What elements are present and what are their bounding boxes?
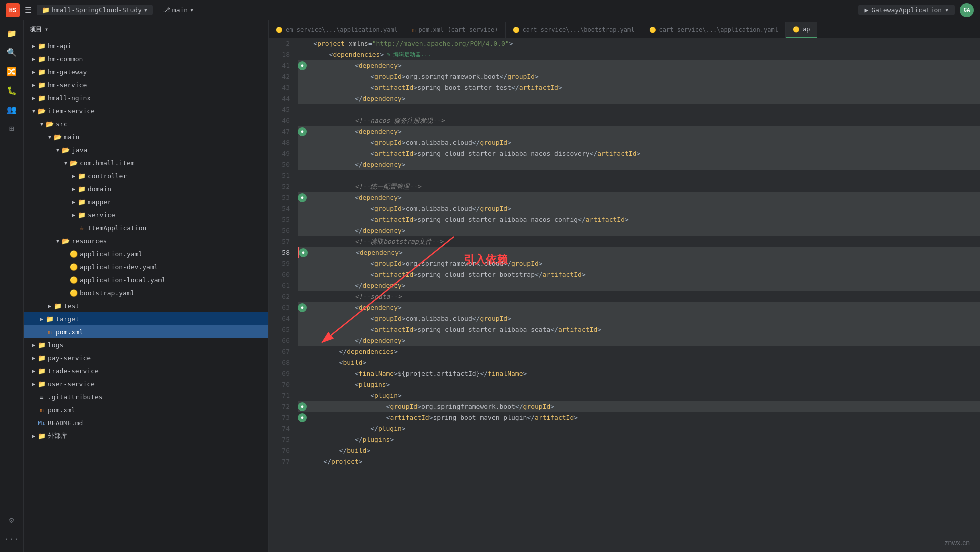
tab-cart-app[interactable]: 🟡 cart-service\...\application.yaml — [642, 22, 786, 38]
tree-item-java[interactable]: ▼ 📂 java — [24, 143, 268, 156]
arrow-icon: ▶ — [30, 55, 38, 63]
tree-item-src[interactable]: ▼ 📂 src — [24, 117, 268, 130]
tree-item-hm-gateway[interactable]: ▶ 📁 hm-gateway — [24, 65, 268, 78]
tree-item-hm-service[interactable]: ▶ 📁 hm-service — [24, 78, 268, 91]
tree-item-app-local-yaml[interactable]: ▶ 🟡 application-local.yaml — [24, 273, 268, 286]
line-num: 65 — [273, 324, 290, 335]
code-line: <groupId>org.springframework.cloud</grou… — [298, 258, 980, 269]
arrow-icon: ▶ — [30, 68, 38, 76]
tree-item-hm-api[interactable]: ▶ 📁 hm-api — [24, 39, 268, 52]
tree-item-item-service[interactable]: ▼ 📂 item-service — [24, 104, 268, 117]
folder-icon: 📁 — [38, 55, 46, 63]
code-token: finalName — [488, 368, 523, 379]
branch-selector[interactable]: ⎇ main ▾ — [158, 5, 199, 15]
code-token: org.springframework.boot — [406, 71, 500, 82]
tree-item-service[interactable]: ▶ 📁 service — [24, 208, 268, 221]
yaml-tab-icon: 🟡 — [650, 27, 656, 33]
tree-item-test[interactable]: ▶ 📁 test — [24, 299, 268, 312]
tree-item-main[interactable]: ▼ 📂 main — [24, 130, 268, 143]
tree-label: controller — [88, 172, 268, 180]
tree-label: README.md — [48, 419, 268, 427]
code-token: > — [398, 302, 402, 313]
arrow-icon: ▼ — [62, 159, 70, 167]
code-token: plugins — [359, 379, 386, 390]
sidebar-item-search[interactable]: 🔍 — [3, 43, 21, 61]
tree-item-readme[interactable]: ▶ M↓ README.md — [24, 416, 268, 429]
folder-icon: 📁 — [54, 302, 62, 310]
code-line: <build> — [298, 357, 980, 368]
code-line: ● <groupId>org.springframework.boot</gro… — [298, 401, 980, 412]
tree-label: pom.xml — [56, 328, 268, 336]
line-num: 57 — [273, 236, 290, 247]
line-num: 47 — [273, 126, 290, 137]
code-line: </dependencies> — [298, 346, 980, 357]
tree-item-hmall-nginx[interactable]: ▶ 📁 hmall-nginx — [24, 91, 268, 104]
code-token: > — [402, 71, 406, 82]
tree-item-mapper[interactable]: ▶ 📁 mapper — [24, 195, 268, 208]
tree-item-domain[interactable]: ▶ 📁 domain — [24, 182, 268, 195]
tree-label: application-dev.yaml — [80, 263, 268, 271]
folder-icon: 📁 — [38, 354, 46, 362]
user-avatar[interactable]: GA — [960, 3, 974, 17]
tab-em-service-app[interactable]: 🟡 em-service\...\application.yaml — [269, 22, 406, 38]
code-line — [298, 170, 980, 181]
tree-item-logs[interactable]: ▶ 📁 logs — [24, 338, 268, 351]
tree-item-pom-xml[interactable]: ▶ m pom.xml — [24, 325, 268, 338]
folder-icon: 📁 — [38, 42, 46, 50]
tree-item-bootstrap-yaml[interactable]: ▶ 🟡 bootstrap.yaml — [24, 286, 268, 299]
arrow-icon: ▼ — [54, 237, 62, 245]
code-token: > — [535, 71, 539, 82]
code-token: > — [414, 269, 418, 280]
tree-item-gitattributes[interactable]: ▶ ≡ .gitattributes — [24, 390, 268, 403]
hamburger-menu[interactable]: ☰ — [25, 5, 32, 15]
code-token: </ — [512, 82, 520, 93]
tree-item-app-dev-yaml[interactable]: ▶ 🟡 application-dev.yaml — [24, 260, 268, 273]
tree-item-root-pom[interactable]: ▶ m pom.xml — [24, 403, 268, 416]
code-token: > — [398, 390, 402, 401]
tree-item-controller[interactable]: ▶ 📁 controller — [24, 169, 268, 182]
line-numbers: 2 18 41 42 43 44 45 46 47 48 49 50 51 52… — [269, 38, 294, 552]
code-token: </ — [472, 203, 480, 214]
arrow-icon: ▶ — [30, 42, 38, 50]
folder-open-icon: 📂 — [62, 146, 70, 154]
sidebar-item-settings[interactable]: ⚙ — [3, 511, 21, 529]
sidebar-item-more[interactable]: ··· — [3, 530, 21, 548]
line-num: 66 — [273, 335, 290, 346]
yaml-tab-icon: 🟡 — [513, 27, 520, 33]
tree-item-com-hmall-item[interactable]: ▼ 📂 com.hmall.item — [24, 156, 268, 169]
tree-item-pay-service[interactable]: ▶ 📁 pay-service — [24, 351, 268, 364]
sidebar-item-extensions[interactable]: ⊞ — [3, 119, 21, 137]
line-num: 76 — [273, 445, 290, 456]
tree-item-resources[interactable]: ▼ 📂 resources — [24, 234, 268, 247]
code-token: groupId — [390, 401, 418, 412]
sidebar-item-team[interactable]: 👥 — [3, 100, 21, 118]
project-selector[interactable]: 📁 hmall-SpringCloud-Study ▾ — [37, 5, 153, 15]
tree-item-item-application[interactable]: ▶ ☕ ItemApplication — [24, 221, 268, 234]
code-token: > — [414, 148, 418, 159]
code-token: </ — [308, 225, 363, 236]
code-area[interactable]: <project xmlns="http://maven.apache.org/… — [294, 38, 980, 552]
tree-item-external-libs[interactable]: ▶ 📁 外部库 — [24, 429, 268, 442]
chevron-down-icon: ▾ — [45, 26, 48, 33]
sidebar-item-project[interactable]: 📁 — [3, 24, 21, 42]
tree-item-trade-service[interactable]: ▶ 📁 trade-service — [24, 364, 268, 377]
run-config-selector[interactable]: ▶ GatewayApplication ▾ — [858, 5, 955, 15]
sidebar-item-vcs[interactable]: 🔀 — [3, 62, 21, 80]
tab-pom-cart[interactable]: m pom.xml (cart-service) — [406, 22, 506, 38]
titlebar: HS ☰ 📁 hmall-SpringCloud-Study ▾ ⎇ main … — [0, 0, 980, 20]
code-token: plugin — [374, 390, 398, 401]
sidebar-item-debug[interactable]: 🐛 — [3, 81, 21, 99]
code-token: < — [308, 71, 374, 82]
tree-item-user-service[interactable]: ▶ 📁 user-service — [24, 377, 268, 390]
code-token: > — [380, 49, 384, 60]
code-token: dependency — [363, 280, 402, 291]
code-token: > — [539, 258, 543, 269]
tree-item-hm-common[interactable]: ▶ 📁 hm-common — [24, 52, 268, 65]
tree-item-target[interactable]: ▶ 📁 target — [24, 312, 268, 325]
tab-cart-bootstrap[interactable]: 🟡 cart-service\...\bootstrap.yaml — [506, 22, 642, 38]
code-token: </ — [472, 313, 480, 324]
code-line: <!--读取bootstrap文件--> — [298, 236, 980, 247]
tree-label: pom.xml — [48, 406, 268, 414]
tab-active-pom[interactable]: 🟡 ap — [786, 22, 818, 38]
tree-item-application-yaml[interactable]: ▶ 🟡 application.yaml — [24, 247, 268, 260]
